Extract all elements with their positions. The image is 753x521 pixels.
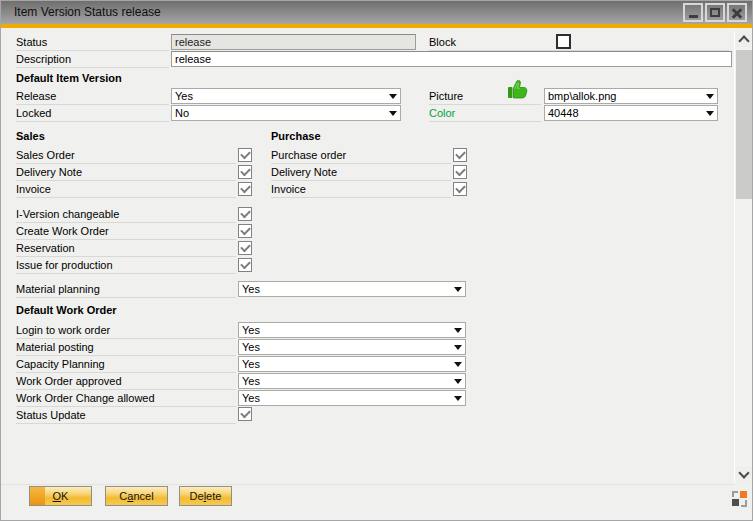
i-version-changeable-label: I-Version changeable	[16, 206, 236, 223]
item-version-status-dialog: Item Version Status release Status relea…	[0, 0, 753, 521]
sales-header: Sales	[16, 130, 45, 142]
minimize-button[interactable]	[683, 3, 703, 22]
color-label: Color	[429, 105, 541, 122]
issue-for-production-checkbox[interactable]	[238, 258, 252, 272]
capacity-planning-dropdown[interactable]: Yes	[238, 356, 466, 372]
login-to-work-order-label: Login to work order	[16, 322, 236, 339]
purchase-delivery-note-checkbox[interactable]	[453, 165, 467, 179]
release-value: Yes	[175, 90, 193, 102]
delete-label: Delete	[190, 490, 222, 502]
locked-value: No	[175, 107, 189, 119]
material-planning-label: Material planning	[16, 281, 236, 298]
vertical-scrollbar[interactable]	[734, 31, 752, 483]
login-to-work-order-value: Yes	[242, 324, 260, 336]
dropdown-arrow-icon	[389, 94, 397, 99]
color-value: 40448	[548, 107, 579, 119]
purchase-order-label: Purchase order	[271, 147, 451, 164]
default-item-version-header: Default Item Version	[16, 72, 122, 84]
work-order-approved-label: Work Order approved	[16, 373, 236, 390]
color-dropdown[interactable]: 40448	[544, 105, 718, 121]
work-order-approved-dropdown[interactable]: Yes	[238, 373, 466, 389]
material-planning-dropdown[interactable]: Yes	[238, 281, 466, 297]
close-icon	[731, 7, 743, 19]
footer-divider	[1, 484, 734, 485]
work-order-change-allowed-dropdown[interactable]: Yes	[238, 390, 466, 406]
dropdown-arrow-icon	[389, 111, 397, 116]
release-dropdown[interactable]: Yes	[171, 88, 401, 104]
delete-button[interactable]: Delete	[179, 486, 232, 506]
default-work-order-header: Default Work Order	[16, 304, 117, 316]
reservation-checkbox[interactable]	[238, 241, 252, 255]
scrollbar-up-button[interactable]	[735, 31, 752, 47]
maximize-button[interactable]	[705, 3, 725, 22]
status-update-checkbox[interactable]	[238, 407, 252, 421]
window-title: Item Version Status release	[1, 1, 752, 24]
block-checkbox[interactable]	[556, 34, 571, 49]
scrollbar-down-button[interactable]	[735, 467, 752, 483]
locked-label: Locked	[16, 105, 169, 122]
login-to-work-order-dropdown[interactable]: Yes	[238, 322, 466, 338]
material-planning-value: Yes	[242, 283, 260, 295]
resize-grip-icon[interactable]	[730, 489, 749, 508]
sales-delivery-note-checkbox[interactable]	[238, 165, 252, 179]
status-label: Status	[16, 34, 169, 51]
scrollbar-thumb[interactable]	[736, 50, 752, 199]
reservation-label: Reservation	[16, 240, 236, 257]
dropdown-arrow-icon	[454, 345, 462, 350]
dropdown-arrow-icon	[706, 111, 714, 116]
status-field: release	[171, 34, 416, 50]
description-field[interactable]: release	[171, 51, 732, 67]
purchase-header: Purchase	[271, 130, 321, 142]
accent-bar	[1, 24, 752, 28]
dropdown-arrow-icon	[454, 379, 462, 384]
chevron-down-icon	[738, 467, 749, 478]
sales-order-checkbox[interactable]	[238, 148, 252, 162]
thumbs-up-icon	[507, 77, 529, 101]
close-button[interactable]	[727, 3, 747, 22]
purchase-delivery-note-label: Delivery Note	[271, 164, 451, 181]
dropdown-arrow-icon	[454, 396, 462, 401]
purchase-invoice-label: Invoice	[271, 181, 451, 198]
minimize-icon	[689, 15, 698, 18]
description-label: Description	[16, 51, 169, 68]
create-work-order-label: Create Work Order	[16, 223, 236, 240]
work-order-approved-value: Yes	[242, 375, 260, 387]
capacity-planning-label: Capacity Planning	[16, 356, 236, 373]
cancel-label: Cancel	[119, 490, 153, 502]
issue-for-production-label: Issue for production	[16, 257, 236, 274]
release-label: Release	[16, 88, 169, 105]
picture-value: bmp\allok.png	[548, 90, 617, 102]
maximize-icon	[710, 8, 720, 17]
locked-dropdown[interactable]: No	[171, 105, 401, 121]
dropdown-arrow-icon	[454, 362, 462, 367]
material-posting-dropdown[interactable]: Yes	[238, 339, 466, 355]
purchase-invoice-checkbox[interactable]	[453, 182, 467, 196]
ok-button[interactable]: OK	[29, 486, 92, 506]
ok-label: OK	[53, 490, 69, 502]
sales-order-label: Sales Order	[16, 147, 236, 164]
dropdown-arrow-icon	[706, 94, 714, 99]
title-bar: Item Version Status release	[1, 1, 752, 24]
block-label: Block	[429, 34, 729, 51]
chevron-up-icon	[738, 35, 749, 46]
status-update-label: Status Update	[16, 407, 236, 424]
create-work-order-checkbox[interactable]	[238, 224, 252, 238]
work-order-change-allowed-label: Work Order Change allowed	[16, 390, 236, 407]
i-version-changeable-checkbox[interactable]	[238, 207, 252, 221]
work-order-change-allowed-value: Yes	[242, 392, 260, 404]
sales-invoice-label: Invoice	[16, 181, 236, 198]
sales-invoice-checkbox[interactable]	[238, 182, 252, 196]
material-posting-label: Material posting	[16, 339, 236, 356]
dropdown-arrow-icon	[454, 328, 462, 333]
material-posting-value: Yes	[242, 341, 260, 353]
capacity-planning-value: Yes	[242, 358, 260, 370]
picture-dropdown[interactable]: bmp\allok.png	[544, 88, 718, 104]
cancel-button[interactable]: Cancel	[105, 486, 168, 506]
purchase-order-checkbox[interactable]	[453, 148, 467, 162]
dropdown-arrow-icon	[454, 287, 462, 292]
sales-delivery-note-label: Delivery Note	[16, 164, 236, 181]
